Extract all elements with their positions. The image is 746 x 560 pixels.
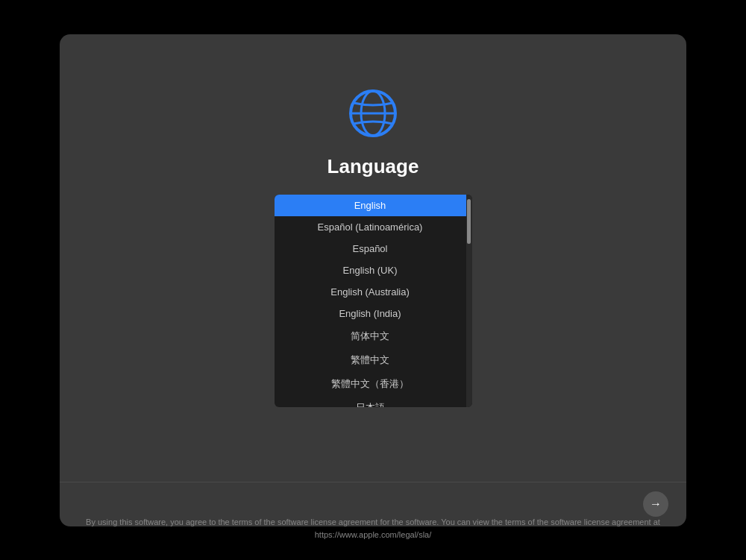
language-item-english-uk[interactable]: English (UK) bbox=[275, 259, 466, 281]
language-item-spanish[interactable]: Español bbox=[275, 238, 466, 259]
scrollbar-track[interactable] bbox=[466, 195, 472, 407]
page-title: Language bbox=[327, 155, 419, 178]
language-item-chinese-hk[interactable]: 繁體中文（香港） bbox=[275, 372, 466, 396]
language-list[interactable]: EnglishEspañol (Latinoamérica)EspañolEng… bbox=[275, 195, 466, 407]
language-list-container[interactable]: EnglishEspañol (Latinoamérica)EspañolEng… bbox=[275, 195, 472, 407]
globe-icon bbox=[346, 86, 400, 140]
language-item-spanish-latam[interactable]: Español (Latinoamérica) bbox=[275, 216, 466, 238]
footer-text: By using this software, you agree to the… bbox=[37, 504, 709, 553]
language-item-english-au[interactable]: English (Australia) bbox=[275, 281, 466, 303]
language-item-chinese-traditional[interactable]: 繁體中文 bbox=[275, 348, 466, 372]
language-item-chinese-simplified[interactable]: 简体中文 bbox=[275, 324, 466, 348]
content-area: Language EnglishEspañol (Latinoamérica)E… bbox=[60, 34, 686, 482]
language-item-english[interactable]: English bbox=[275, 195, 466, 216]
main-window: Language EnglishEspañol (Latinoamérica)E… bbox=[60, 34, 686, 526]
language-item-japanese[interactable]: 日本語 bbox=[275, 396, 466, 407]
language-item-english-in[interactable]: English (India) bbox=[275, 303, 466, 324]
scrollbar-thumb[interactable] bbox=[467, 199, 471, 244]
